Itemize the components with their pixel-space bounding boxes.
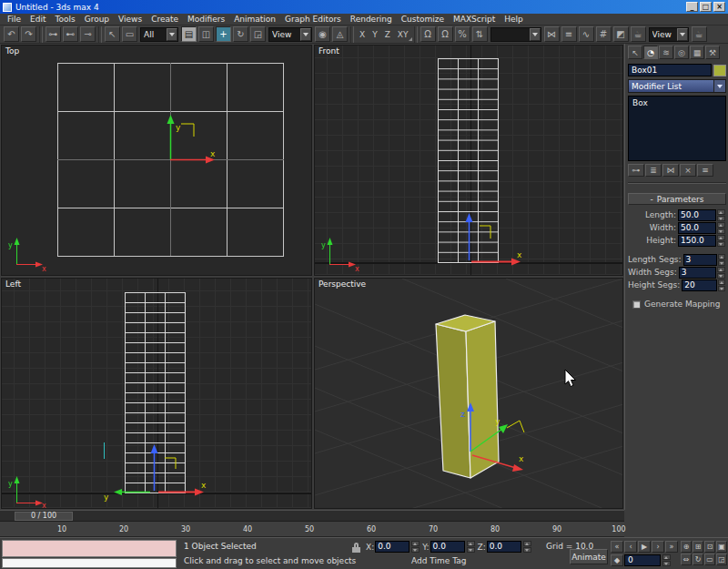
percent-snap-icon[interactable]: % [455, 26, 470, 42]
zoom-extents-all-icon[interactable]: ▣ [716, 541, 727, 553]
viewport-top[interactable]: Top y x [1, 45, 312, 276]
timeline-tick[interactable]: 30 [155, 525, 217, 533]
restrict-xy-plane-button[interactable]: XY [394, 26, 412, 43]
render-type-combo[interactable]: View [649, 27, 689, 42]
timeline-tick[interactable]: 50 [278, 525, 340, 533]
mirror-icon[interactable]: ⋈ [544, 26, 560, 42]
close-button[interactable]: × [713, 2, 725, 12]
select-object-icon[interactable]: ↖ [105, 26, 120, 42]
create-tab[interactable]: ↖ [628, 46, 642, 59]
menu-graph-editors[interactable]: Graph Editors [280, 15, 346, 24]
minimize-button[interactable]: _ [686, 2, 698, 12]
undo-icon[interactable]: ↶ [4, 26, 19, 42]
left-viewport-canvas[interactable]: y x y x [2, 279, 312, 509]
current-frame-field[interactable]: 0 [624, 554, 661, 566]
spinner-arrows[interactable] [717, 222, 725, 234]
selection-filter-combo[interactable]: All [140, 27, 178, 42]
restrict-x-button[interactable]: X [356, 26, 369, 43]
viewport-left-label[interactable]: Left [5, 279, 21, 289]
maxscript-mini-listener[interactable] [2, 540, 177, 557]
show-end-result-icon[interactable]: ≣ [645, 164, 662, 177]
maxscript-listener-input[interactable] [2, 558, 177, 568]
viewport-perspective-label[interactable]: Perspective [318, 279, 366, 289]
modify-tab[interactable]: ◔ [643, 46, 658, 59]
generate-mapping-checkbox[interactable] [632, 300, 641, 309]
restrict-z-button[interactable]: Z [381, 26, 394, 43]
timeline-tick[interactable]: 80 [464, 525, 526, 533]
timeline-tick[interactable]: 90 [526, 525, 588, 533]
spinner-arrows[interactable] [718, 254, 725, 266]
reference-coordsys-combo[interactable]: View [268, 27, 312, 42]
use-pivot-center-icon[interactable]: ◉ [315, 26, 330, 42]
angle-snap-icon[interactable]: Ω [438, 26, 453, 42]
modifier-stack[interactable]: Box [628, 96, 726, 161]
move-gizmo[interactable]: y x [167, 115, 217, 164]
pan-icon[interactable]: ⇔ [681, 554, 692, 565]
spinner-arrows[interactable] [662, 554, 671, 566]
zoom-all-icon[interactable]: ⊞ [693, 541, 703, 553]
redo-icon[interactable]: ↷ [21, 26, 36, 42]
animate-button[interactable]: Animate [570, 549, 608, 564]
motion-tab[interactable]: ◎ [674, 46, 689, 59]
select-and-manipulate-icon[interactable]: ◬ [332, 26, 348, 42]
go-to-start-button[interactable]: « [611, 541, 623, 553]
menu-help[interactable]: Help [500, 15, 528, 24]
select-and-rotate-icon[interactable]: ↻ [233, 26, 248, 42]
go-to-end-button[interactable]: » [665, 541, 678, 553]
length-field[interactable]: 50.0 [678, 209, 716, 221]
timeline-tick[interactable]: 100 [588, 525, 650, 533]
length-segs-field[interactable]: 3 [683, 254, 718, 266]
region-zoom-icon[interactable]: ▭ [704, 554, 715, 565]
quick-render-icon[interactable]: ☕ [692, 26, 707, 42]
pin-stack-icon[interactable]: ⊶ [628, 164, 644, 177]
menu-create[interactable]: Create [147, 15, 183, 24]
hierarchy-tab[interactable]: ≋ [659, 46, 673, 59]
timeline-tick[interactable]: 40 [217, 525, 278, 533]
key-mode-toggle[interactable]: ◆ [611, 554, 623, 566]
unlink-selection-icon[interactable]: ⊷ [63, 26, 78, 42]
select-and-link-icon[interactable]: ⊶ [46, 26, 61, 42]
x-coordinate-field[interactable]: 0.0 [375, 541, 410, 553]
spinner-arrows[interactable] [411, 541, 420, 553]
spinner-arrows[interactable] [523, 541, 531, 553]
viewport-front-label[interactable]: Front [318, 46, 339, 56]
viewport-front[interactable]: Front x [314, 45, 623, 276]
menu-maxscript[interactable]: MAXScript [449, 15, 500, 24]
time-slider-handle[interactable]: 0 / 100 [15, 512, 73, 521]
window-crossing-toggle-icon[interactable]: ◫ [198, 26, 214, 42]
menu-modifiers[interactable]: Modifiers [183, 15, 229, 24]
track-view-icon[interactable]: ∿ [579, 26, 594, 42]
timeline-tick[interactable]: 20 [93, 525, 155, 533]
menu-tools[interactable]: Tools [51, 15, 80, 24]
snap-toggle-icon[interactable]: Ω [420, 26, 436, 42]
y-coordinate-field[interactable]: 0.0 [430, 541, 465, 553]
timeline-tick[interactable]: 70 [402, 525, 464, 533]
z-coordinate-field[interactable]: 0.0 [487, 541, 521, 553]
stack-item-box[interactable]: Box [629, 97, 725, 109]
spinner-arrows[interactable] [717, 267, 725, 279]
viewport-perspective[interactable]: Perspective [314, 278, 623, 509]
spinner-arrows[interactable] [717, 235, 725, 247]
select-and-scale-icon[interactable]: ◲ [250, 26, 266, 42]
schematic-view-icon[interactable]: # [596, 26, 612, 42]
selection-lock-icon[interactable] [351, 542, 363, 554]
object-color-swatch[interactable] [713, 65, 726, 76]
menu-customize[interactable]: Customize [397, 15, 449, 24]
spinner-arrows[interactable] [718, 279, 725, 291]
height-field[interactable]: 150.0 [678, 235, 716, 247]
perspective-viewport-canvas[interactable]: z y x [315, 279, 623, 509]
play-button[interactable]: ▶ [638, 541, 651, 553]
viewport-left[interactable]: Left [1, 278, 312, 509]
remove-modifier-icon[interactable]: × [680, 164, 696, 177]
top-viewport-canvas[interactable]: y x y x [2, 46, 312, 276]
bind-to-spacewarp-icon[interactable]: ⊸ [80, 26, 96, 42]
make-unique-icon[interactable]: ⋈ [662, 164, 679, 177]
menu-rendering[interactable]: Rendering [346, 15, 397, 24]
zoom-extents-icon[interactable]: ⊡ [704, 541, 715, 553]
select-and-move-icon[interactable]: + [216, 26, 231, 42]
material-editor-icon[interactable]: ◩ [613, 26, 629, 42]
maximize-button[interactable]: □ [700, 2, 712, 12]
spinner-arrows[interactable] [467, 541, 475, 553]
titlebar[interactable]: Untitled - 3ds max 4 _□× [0, 0, 728, 14]
zoom-icon[interactable]: ⊕ [681, 541, 692, 553]
